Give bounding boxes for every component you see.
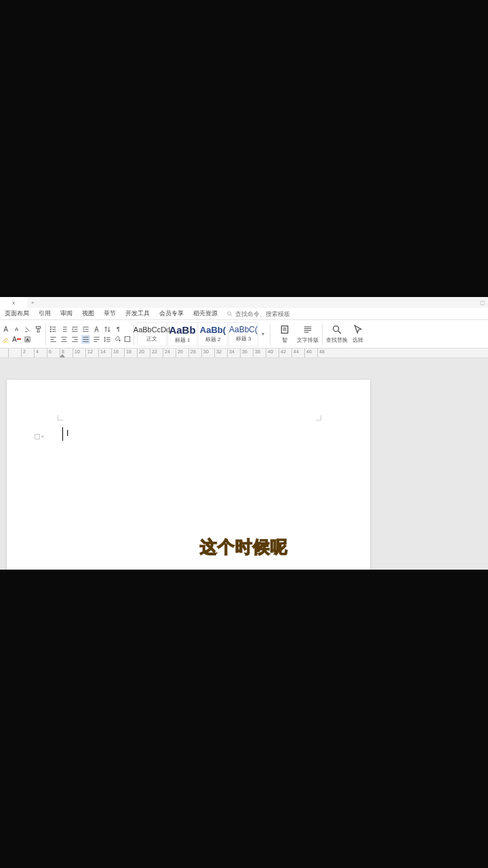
new-tab-button[interactable]: +: [27, 297, 38, 308]
paragraph-options-button[interactable]: ▾: [34, 433, 45, 441]
ruler-tick: 6: [47, 349, 60, 357]
numbered-list-button[interactable]: [60, 325, 68, 334]
ruler-tick: 14: [98, 349, 111, 357]
window-maximize-icon[interactable]: ▢: [477, 300, 488, 306]
svg-rect-2: [36, 326, 40, 328]
ruler-tick: 30: [201, 349, 214, 357]
ribbon-separator: [270, 323, 270, 345]
line-spacing-button[interactable]: [103, 335, 112, 344]
ribbon-toolbar: A A A A ¶: [0, 320, 488, 349]
style-gallery: AaBbCcDd 正文 AaBb 标题 1 AaBb( 标题 2 AaBbC( …: [137, 322, 267, 347]
style-heading-1[interactable]: AaBb 标题 1: [167, 322, 197, 347]
document-page[interactable]: ▾ I: [7, 380, 370, 570]
ruler-tick: 12: [85, 349, 98, 357]
svg-point-8: [50, 328, 51, 329]
smart-format-icon: [279, 324, 290, 335]
align-distribute-button[interactable]: [92, 335, 101, 344]
ruler-tick: 38: [253, 349, 266, 357]
ruler-tick: 40: [266, 349, 279, 357]
video-subtitle: 这个时候呢: [200, 536, 288, 558]
select-button[interactable]: 选择: [348, 322, 367, 347]
highlight-color-button[interactable]: [1, 335, 10, 344]
cursor-icon: [352, 324, 363, 335]
smart-format-button[interactable]: 智: [273, 322, 296, 347]
ruler-tick: 10: [73, 349, 85, 357]
style-normal[interactable]: AaBbCcDd 正文: [137, 322, 167, 347]
ruler-tick: 20: [137, 349, 150, 357]
sort-button[interactable]: [103, 325, 112, 334]
ruler-tick: [8, 349, 21, 357]
ruler-tick: 2: [21, 349, 34, 357]
borders-button[interactable]: [123, 335, 131, 344]
ruler-tick: 44: [291, 349, 304, 357]
svg-rect-3: [3, 342, 8, 342]
align-justify-button[interactable]: [81, 335, 90, 344]
chevron-down-icon: ▾: [41, 434, 44, 439]
ruler-tick: 28: [188, 349, 201, 357]
bullet-list-button[interactable]: [49, 325, 58, 334]
ruler-tick: 36: [240, 349, 253, 357]
margin-corner-tl: [58, 415, 63, 420]
font-color-button[interactable]: A: [12, 335, 21, 344]
text-tools-icon: [302, 324, 313, 335]
command-search[interactable]: [226, 311, 303, 317]
svg-rect-50: [35, 435, 40, 439]
ribbon-separator: [322, 323, 323, 345]
text-tools-button[interactable]: 文字排版: [296, 322, 319, 347]
svg-point-0: [228, 311, 231, 315]
search-icon: [226, 311, 233, 317]
show-marks-button[interactable]: ¶: [114, 325, 123, 334]
align-left-button[interactable]: [49, 335, 58, 344]
align-center-button[interactable]: [60, 335, 68, 344]
ruler-tick: 48: [317, 349, 330, 357]
ruler-tick: 24: [163, 349, 176, 357]
svg-rect-40: [125, 336, 130, 342]
find-replace-button[interactable]: 查找替换: [325, 322, 348, 347]
menu-view[interactable]: 视图: [77, 309, 99, 318]
menu-bar: 页面布局 引用 审阅 视图 章节 开发工具 会员专享 稻壳资源: [0, 308, 488, 320]
svg-point-10: [50, 331, 51, 332]
svg-point-6: [50, 326, 51, 327]
ruler-tick: 34: [227, 349, 240, 357]
font-size-decrease-button[interactable]: A: [12, 325, 21, 334]
search-icon: [331, 324, 342, 335]
menu-section[interactable]: 章节: [99, 309, 121, 318]
word-processor-window: x + ▢ 页面布局 引用 审阅 视图 章节 开发工具 会员专享 稻壳资源 A …: [0, 297, 488, 570]
ruler-tick: 26: [176, 349, 188, 357]
ribbon-separator: [45, 323, 46, 345]
ruler-tick: 32: [214, 349, 227, 357]
clear-formatting-button[interactable]: [23, 325, 32, 334]
menu-review[interactable]: 审阅: [56, 309, 77, 318]
horizontal-ruler[interactable]: 2468101214161820222426283032343638404244…: [0, 349, 488, 358]
ruler-tick: 42: [279, 349, 291, 357]
format-painter-button[interactable]: [34, 325, 43, 334]
menu-dev-tools[interactable]: 开发工具: [121, 309, 155, 318]
increase-indent-button[interactable]: [81, 325, 90, 334]
document-tab[interactable]: x: [0, 297, 27, 308]
decrease-indent-button[interactable]: [70, 325, 79, 334]
shading-button[interactable]: [114, 335, 121, 344]
character-shading-button[interactable]: A: [23, 335, 32, 344]
svg-text:A: A: [26, 337, 29, 341]
ruler-tick: 46: [304, 349, 317, 357]
ruler-tick: 16: [111, 349, 124, 357]
style-gallery-more-button[interactable]: ▾: [259, 322, 267, 347]
font-size-increase-button[interactable]: A: [1, 325, 10, 334]
text-cursor: [62, 427, 63, 441]
document-tabbar: x + ▢: [0, 297, 488, 308]
menu-member[interactable]: 会员专享: [155, 309, 188, 318]
ruler-tick: 22: [150, 349, 163, 357]
style-heading-2[interactable]: AaBb( 标题 2: [198, 322, 228, 347]
paragraph-group: ¶: [49, 325, 131, 344]
command-search-input[interactable]: [235, 311, 303, 317]
ruler-tick: 18: [124, 349, 137, 357]
ruler-tick: 4: [34, 349, 47, 357]
menu-resources[interactable]: 稻壳资源: [188, 309, 222, 318]
svg-line-1: [230, 315, 232, 316]
menu-references[interactable]: 引用: [34, 309, 56, 318]
ibeam-cursor-icon: I: [66, 429, 68, 438]
style-heading-3[interactable]: AaBbC( 标题 3: [228, 322, 258, 347]
asian-layout-button[interactable]: [92, 325, 101, 334]
menu-page-layout[interactable]: 页面布局: [0, 309, 34, 318]
align-right-button[interactable]: [70, 335, 79, 344]
